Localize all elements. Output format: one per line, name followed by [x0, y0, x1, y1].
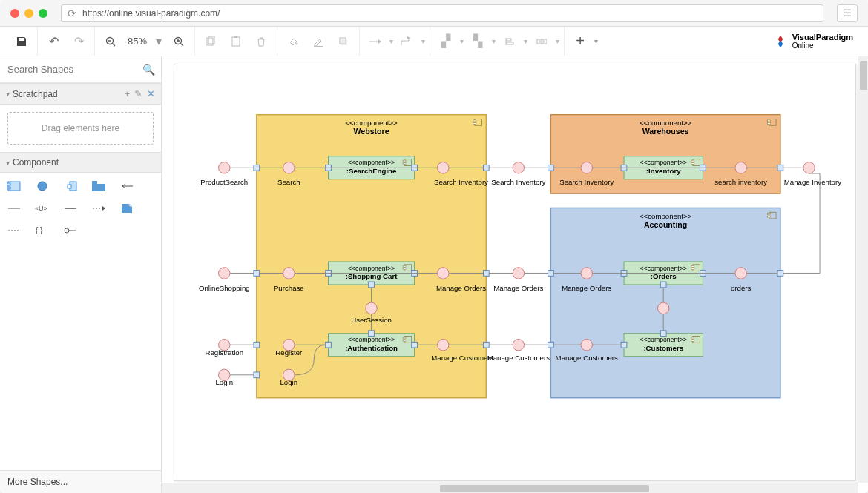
canvas-area[interactable]: <<component>> Webstore <<component>> War…	[162, 56, 868, 493]
svg-text:Search Inventory: Search Inventory	[559, 178, 614, 186]
shadow-button[interactable]	[332, 30, 355, 53]
scratchpad-add-icon[interactable]: +	[124, 88, 130, 99]
search-shapes-input[interactable]	[6, 61, 142, 78]
zoom-in-button[interactable]	[168, 30, 190, 53]
component-customers[interactable]: <<component>> :Customers	[621, 331, 703, 357]
waypoint-style-button[interactable]	[396, 30, 418, 53]
svg-text:Accounting: Accounting	[644, 220, 687, 229]
shape-dependency-arrow[interactable]	[119, 179, 135, 193]
svg-text:Manage Orders: Manage Orders	[562, 284, 611, 292]
svg-text:Manage Customers: Manage Customers	[556, 354, 618, 362]
line-color-button[interactable]	[307, 30, 329, 53]
scratchpad-close-icon[interactable]: ✕	[147, 88, 155, 99]
shape-dashed-line[interactable]	[6, 223, 22, 238]
url-bar[interactable]: ⟳ https://online.visual-paradigm.com/	[61, 4, 823, 22]
svg-point-11	[296, 42, 298, 44]
svg-rect-28	[92, 181, 97, 184]
delete-button[interactable]	[250, 30, 272, 53]
svg-text:search inventory: search inventory	[714, 178, 767, 186]
close-window-icon[interactable]	[10, 9, 19, 18]
brand-logo[interactable]: VisualParadigmOnline	[773, 33, 862, 50]
shape-line[interactable]	[6, 201, 22, 216]
component-shoppingcart[interactable]: <<component>> :Shopping Cart	[326, 262, 418, 288]
fill-color-button[interactable]	[282, 30, 304, 53]
svg-text:Warehouses: Warehouses	[642, 127, 689, 136]
shape-package[interactable]	[91, 179, 107, 193]
connection-style-button[interactable]	[364, 30, 387, 53]
svg-text:Login: Login	[280, 378, 297, 386]
component-orders[interactable]: <<component>> :Orders	[621, 262, 706, 288]
svg-point-25	[38, 182, 47, 191]
svg-text:<<component>>: <<component>>	[640, 119, 692, 127]
svg-text:«U»: «U»	[35, 205, 47, 212]
more-shapes-button[interactable]: More Shapes...	[0, 470, 161, 493]
shape-dashed-arrow[interactable]	[91, 201, 107, 216]
minimize-window-icon[interactable]	[24, 9, 33, 18]
svg-text:Search: Search	[277, 178, 300, 186]
shape-lollipop[interactable]	[62, 223, 79, 238]
scratchpad-header[interactable]: ▾ Scratchpad + ✎ ✕	[0, 83, 161, 105]
svg-rect-20	[541, 39, 543, 44]
svg-point-37	[65, 228, 69, 233]
svg-text:<<component>>: <<component>>	[640, 336, 687, 343]
svg-rect-10	[234, 36, 237, 38]
hamburger-menu-button[interactable]: ☰	[837, 4, 858, 22]
undo-button[interactable]: ↶	[42, 30, 65, 53]
svg-text:Search Inventory: Search Inventory	[434, 178, 488, 186]
copy-button[interactable]	[200, 30, 222, 53]
shape-component-box[interactable]	[6, 179, 22, 193]
shape-note[interactable]	[119, 201, 135, 216]
svg-line-4	[181, 43, 184, 46]
to-back-button[interactable]: ▚	[467, 30, 489, 53]
svg-text::Customers: :Customers	[643, 344, 683, 352]
svg-text:Login: Login	[215, 378, 233, 386]
scratchpad-dropzone[interactable]: Drag elements here	[7, 112, 154, 145]
vertical-scrollbar[interactable]	[858, 56, 868, 483]
svg-text:<<component>>: <<component>>	[348, 336, 395, 343]
svg-text:<<component>>: <<component>>	[348, 265, 395, 272]
zoom-level[interactable]: 85%	[125, 36, 150, 47]
svg-text:<<component>>: <<component>>	[640, 265, 687, 272]
titlebar: ⟳ https://online.visual-paradigm.com/ ☰	[0, 0, 868, 27]
zoom-out-button[interactable]	[99, 30, 122, 53]
svg-text:Purchase: Purchase	[274, 284, 304, 292]
scratchpad-edit-icon[interactable]: ✎	[134, 88, 142, 99]
svg-rect-19	[537, 39, 539, 44]
svg-text:orders: orders	[731, 284, 752, 292]
svg-rect-18	[507, 42, 513, 44]
to-front-button[interactable]: ▞	[435, 30, 457, 53]
traffic-lights	[10, 9, 47, 18]
shape-stereotype-label[interactable]: «U»	[34, 201, 50, 216]
svg-rect-21	[545, 39, 547, 44]
svg-rect-27	[68, 185, 71, 188]
redo-button[interactable]: ↷	[68, 30, 90, 53]
component-authentication[interactable]: <<component>> :Authentication	[326, 331, 418, 357]
search-icon[interactable]: 🔍	[142, 64, 155, 76]
svg-text::Authentication: :Authentication	[345, 344, 398, 352]
svg-rect-29	[92, 184, 105, 191]
shape-solid-line[interactable]	[62, 201, 79, 216]
reload-icon[interactable]: ⟳	[68, 7, 76, 19]
zoom-dropdown[interactable]: ▾	[153, 30, 165, 53]
svg-line-1	[113, 43, 116, 46]
toolbar: ↶ ↷ 85% ▾	[0, 27, 868, 56]
maximize-window-icon[interactable]	[39, 9, 47, 18]
svg-text:Manage Orders: Manage Orders	[493, 284, 543, 292]
sidebar: 🔍 ▾ Scratchpad + ✎ ✕ Drag elements here …	[0, 56, 162, 493]
shape-port[interactable]	[62, 179, 79, 193]
svg-text:Manage Inventory: Manage Inventory	[784, 178, 841, 186]
search-shapes[interactable]: 🔍	[0, 56, 161, 83]
shape-interface-circle[interactable]	[34, 179, 50, 193]
component-shapes-grid: «U» { }	[0, 173, 161, 244]
distribute-button[interactable]	[530, 30, 553, 53]
component-panel-header[interactable]: ▾ Component	[0, 152, 161, 173]
horizontal-scrollbar[interactable]	[162, 483, 858, 493]
svg-text:<<component>>: <<component>>	[640, 159, 687, 166]
diagram-canvas[interactable]: <<component>> Webstore <<component>> War…	[174, 64, 856, 481]
add-button[interactable]: +	[569, 30, 591, 53]
paste-button[interactable]	[225, 30, 247, 53]
svg-text:{ }: { }	[36, 226, 43, 234]
save-button[interactable]	[10, 30, 33, 53]
align-button[interactable]	[499, 30, 521, 53]
shape-constraint[interactable]: { }	[34, 223, 50, 238]
